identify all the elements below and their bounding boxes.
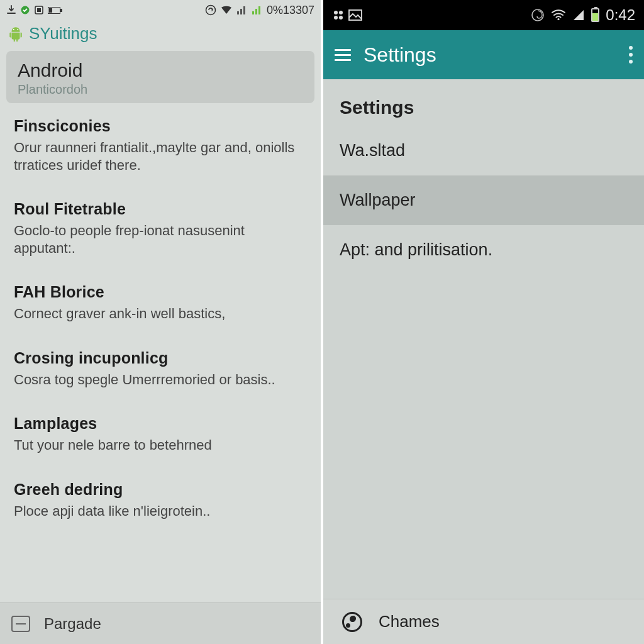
list-item[interactable]: FAH Blorice Cornect graver ank-in well b… — [14, 269, 307, 335]
bottom-bar-label: Chames — [379, 612, 440, 631]
list-item-title: Finsciconies — [14, 117, 307, 135]
signal-icon — [572, 9, 585, 21]
spiral-icon — [531, 8, 545, 22]
list-item-label: Wallpaper — [340, 191, 416, 209]
list-item-title: Lamplages — [14, 414, 307, 433]
bottom-bar-label: Pargade — [44, 615, 101, 633]
list-item-desc: Cornect graver ank-in well bastics, — [14, 305, 307, 323]
menu-icon[interactable] — [335, 49, 351, 61]
list-item-label: Apt: and prilitisation. — [340, 240, 492, 259]
section-label: Settings — [323, 79, 644, 126]
list-item[interactable]: Roul Fitetrable Goclo-to people frep-ion… — [14, 186, 307, 269]
list-item[interactable]: Lamplages Tut your nele barre to betehrn… — [14, 401, 307, 467]
battery-icon — [591, 8, 599, 22]
overflow-menu-icon[interactable] — [629, 46, 633, 64]
svg-point-12 — [558, 18, 560, 20]
status-time: 0:42 — [606, 6, 635, 24]
list-item-title: Greeh dedring — [14, 480, 307, 499]
svg-point-4 — [13, 28, 14, 30]
app-square-icon — [34, 5, 44, 15]
phone-left: 0%13307 SYuitings Android Planticordoh F… — [0, 0, 323, 644]
battery-icon — [48, 7, 60, 14]
app-title-bar: Settings — [323, 30, 644, 79]
sync-circle-icon — [205, 4, 216, 16]
list-item-title: Crosing incuponlicg — [14, 349, 307, 367]
svg-rect-2 — [37, 8, 41, 12]
status-right-icons: 0%13307 — [205, 4, 314, 17]
list-item-desc: Ploce apji data like n'lieigrotein.. — [14, 502, 307, 520]
wifi-icon — [551, 9, 566, 21]
phone-right: 0:42 Settings Settings Wa.sltad Wallpape… — [323, 0, 644, 644]
list-item[interactable]: Wa.sltad — [323, 126, 644, 175]
clover-icon — [332, 9, 345, 21]
globe-icon — [342, 612, 362, 632]
svg-point-7 — [339, 11, 343, 14]
status-bar: 0%13307 — [0, 0, 321, 20]
list-item-title: FAH Blorice — [14, 283, 307, 301]
svg-point-3 — [206, 6, 215, 15]
list-item-title: Roul Fitetrable — [14, 200, 307, 218]
list-item[interactable]: Greeh dedring Ploce apji data like n'lie… — [14, 467, 307, 533]
app-title: SYuitings — [29, 24, 97, 43]
list-item-desc: Tut your nele barre to betehrned — [14, 436, 307, 454]
list-item-wallpaper[interactable]: Wallpaper — [323, 175, 644, 225]
list-item[interactable]: Apt: and prilitisation. — [323, 225, 644, 275]
status-left-icons — [332, 9, 362, 21]
signal-green-icon — [252, 5, 263, 15]
bottom-bar[interactable]: Chames — [323, 599, 644, 644]
list-item-desc: Orur raunneri frantialit.,maylte gar and… — [14, 139, 307, 174]
signal-icon — [236, 5, 248, 15]
list-item[interactable]: Finsciconies Orur raunneri frantialit.,m… — [14, 103, 307, 186]
status-left-icons — [6, 5, 60, 15]
card-icon — [11, 616, 30, 632]
header-card-subtitle: Planticordoh — [18, 82, 303, 97]
picture-icon — [348, 9, 362, 21]
wifi-icon — [220, 5, 233, 15]
settings-list: Wa.sltad Wallpaper Apt: and prilitisatio… — [323, 126, 644, 275]
check-circle-icon — [20, 5, 30, 15]
svg-point-9 — [339, 16, 343, 19]
list-item-label: Wa.sltad — [340, 141, 405, 160]
status-bar: 0:42 — [323, 0, 644, 30]
list-item-desc: Goclo-to people frep-ionat nasusenint ap… — [14, 222, 307, 257]
svg-point-5 — [17, 28, 18, 30]
list-item-desc: Cosra tog spegle Umerrremoried or basis.… — [14, 371, 307, 389]
svg-point-8 — [334, 16, 338, 19]
settings-list: Finsciconies Orur raunneri frantialit.,m… — [0, 103, 321, 532]
svg-point-6 — [334, 11, 338, 14]
download-icon — [6, 5, 16, 15]
android-icon — [8, 26, 24, 42]
app-title-bar: SYuitings — [0, 20, 321, 51]
app-title: Settings — [364, 43, 436, 67]
list-item[interactable]: Crosing incuponlicg Cosra tog spegle Ume… — [14, 335, 307, 401]
status-right-icons: 0:42 — [531, 6, 635, 24]
bottom-bar[interactable]: Pargade — [0, 602, 321, 644]
header-card-title: Android — [18, 60, 303, 81]
header-card[interactable]: Android Planticordoh — [6, 51, 314, 103]
status-battery-text: 0%13307 — [267, 4, 314, 17]
